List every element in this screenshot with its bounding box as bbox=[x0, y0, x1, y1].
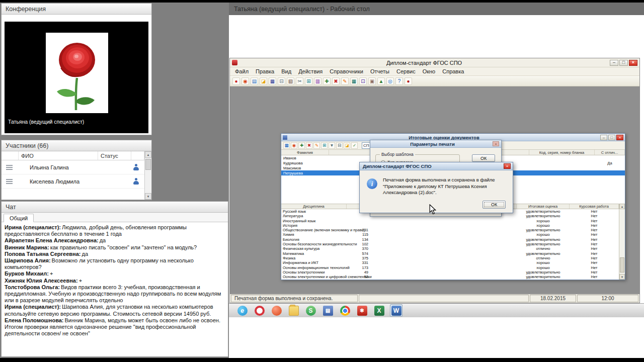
internet-explorer-icon[interactable]: e bbox=[237, 306, 248, 316]
subject-row[interactable]: Биология 134 удовлетворительно Нет bbox=[281, 237, 619, 242]
taskbar-slot: X bbox=[373, 304, 385, 317]
save-icon[interactable]: ▦ bbox=[269, 77, 276, 85]
excel-icon[interactable]: X bbox=[374, 306, 384, 316]
address-book-icon[interactable]: ▤ bbox=[323, 306, 333, 316]
menu-item[interactable]: Действия bbox=[295, 68, 326, 74]
chat-messages[interactable]: Ирина (специалист):Людмила, добрый день,… bbox=[2, 223, 228, 356]
subject-row[interactable]: История хорошо Нет bbox=[281, 223, 619, 228]
message-box-close-button[interactable]: × bbox=[504, 163, 511, 169]
help-icon[interactable]: ? bbox=[395, 77, 403, 85]
subject-row[interactable]: Основы электротехники и цифровой схемоте… bbox=[281, 275, 619, 279]
menu-item[interactable]: Правка bbox=[252, 68, 278, 74]
subject-hours: 331 bbox=[347, 260, 370, 265]
export-icon[interactable]: ◪ bbox=[344, 142, 350, 149]
messenger-green-icon[interactable]: S bbox=[306, 306, 316, 316]
delete-row-icon[interactable]: ✖ bbox=[306, 142, 312, 149]
edit-row-icon[interactable]: ✎ bbox=[313, 142, 320, 149]
chat-author: Хижняк Юлия Алексеевна: bbox=[5, 278, 78, 284]
subject-row[interactable]: Основы информационных технологий 173 хор… bbox=[281, 265, 619, 270]
cut-icon[interactable]: ✂ bbox=[296, 77, 303, 85]
scroll-down-icon[interactable]: ▼ bbox=[619, 274, 625, 280]
subject-row[interactable]: Физика 375 отлично Нет bbox=[281, 256, 619, 260]
preview-icon[interactable]: ▧ bbox=[287, 77, 294, 85]
edit-icon[interactable]: ✎ bbox=[341, 77, 349, 85]
chart-icon[interactable]: ▲ bbox=[377, 77, 385, 85]
subject-row[interactable]: Информатика и ИКТ 331 хорошо Нет bbox=[281, 260, 619, 265]
print-icon[interactable]: ⊟ bbox=[278, 77, 285, 85]
copy-icon[interactable]: ⊞ bbox=[321, 142, 328, 149]
delete-icon[interactable]: ✖ bbox=[332, 77, 340, 85]
taskbar-slot bbox=[270, 304, 283, 317]
subject-row[interactable]: Обществознание (включая экономику и прав… bbox=[281, 228, 619, 232]
menu-item[interactable]: Файл bbox=[231, 68, 252, 74]
scrollbar-thumb[interactable] bbox=[145, 159, 151, 170]
message-box-titlebar[interactable]: Диплом-стандарт ФГОС СПО × bbox=[360, 162, 513, 170]
menu-item[interactable]: Справка bbox=[439, 68, 467, 74]
exit-icon[interactable]: ● bbox=[405, 77, 412, 85]
diplom-app-icon[interactable]: ✱ bbox=[357, 306, 367, 316]
subject-coursework: Нет bbox=[570, 275, 619, 279]
subject-row[interactable]: Математика 574 удовлетворительно Нет bbox=[281, 251, 619, 256]
grid-icon[interactable]: ▦ bbox=[283, 142, 290, 149]
chat-tab-general[interactable]: Общий bbox=[4, 214, 34, 222]
scroll-up-icon[interactable]: ▲ bbox=[619, 204, 625, 209]
folder-icon[interactable] bbox=[289, 306, 299, 316]
menu-item[interactable]: Отчеты bbox=[367, 68, 393, 74]
copy-icon[interactable]: ⊞ bbox=[305, 77, 312, 85]
screen-share-header: Татьяна (ведущий специалист) - Рабочий с… bbox=[229, 3, 644, 15]
maximize-button[interactable]: □ bbox=[619, 60, 628, 66]
filter-icon[interactable]: ▼ bbox=[329, 142, 335, 149]
table-icon[interactable]: ▦ bbox=[350, 77, 358, 85]
subject-grade: хорошо bbox=[517, 265, 570, 270]
menu-item[interactable]: Сервис bbox=[393, 68, 419, 74]
subject-hours: 134 bbox=[347, 237, 370, 242]
participants-scrollbar[interactable]: ▲ ▼ bbox=[144, 151, 151, 200]
grades-close-button[interactable]: × bbox=[616, 135, 623, 140]
drag-handle-icon[interactable] bbox=[6, 179, 13, 184]
globe-icon[interactable]: ◎ bbox=[386, 77, 394, 85]
chrome-icon[interactable] bbox=[340, 306, 350, 316]
subject-grade: хорошо bbox=[517, 223, 570, 228]
grades-maximize-button[interactable]: □ bbox=[608, 135, 615, 140]
check-icon[interactable]: ✓ bbox=[351, 142, 358, 149]
participant-row[interactable]: Киселева Людмила bbox=[2, 174, 144, 189]
print-dialog-titlebar[interactable]: Параметры печати × bbox=[370, 140, 501, 148]
close-button[interactable]: × bbox=[629, 60, 637, 66]
subject-row[interactable]: Физическая культура 370 отлично Нет bbox=[281, 246, 619, 251]
logo-icon[interactable]: ● bbox=[232, 77, 240, 85]
menu-item[interactable]: Окно bbox=[419, 68, 439, 74]
participant-row[interactable]: Ильина Галина bbox=[2, 160, 144, 174]
subjects-scrollbar[interactable]: ▲ ▼ bbox=[619, 204, 625, 280]
print-icon[interactable]: ⊟ bbox=[336, 142, 343, 149]
open-folder-icon[interactable]: ◪ bbox=[260, 77, 267, 85]
paste-icon[interactable]: ▥ bbox=[314, 77, 321, 85]
subject-row[interactable]: Основы электротехники 49 удовлетворитель… bbox=[281, 270, 619, 275]
subject-row[interactable]: Иностранный язык хорошо Нет bbox=[281, 219, 619, 223]
print-dialog-close-button[interactable]: × bbox=[493, 141, 499, 146]
calc-icon[interactable]: ⊡ bbox=[359, 77, 367, 85]
minimize-button[interactable]: – bbox=[610, 60, 618, 66]
word-icon[interactable]: W bbox=[391, 306, 401, 316]
refresh-icon[interactable]: ◉ bbox=[242, 77, 249, 85]
subject-hours: 370 bbox=[347, 246, 370, 251]
scroll-up-icon[interactable]: ▲ bbox=[145, 151, 151, 158]
menu-item[interactable]: Справочники bbox=[326, 68, 367, 74]
book-icon[interactable]: ▣ bbox=[368, 77, 376, 85]
opera-icon[interactable] bbox=[255, 306, 265, 316]
add-row-icon[interactable]: ✚ bbox=[298, 142, 305, 149]
subject-row[interactable]: Химия 115 хорошо Нет bbox=[281, 232, 619, 237]
scroll-down-icon[interactable]: ▼ bbox=[145, 193, 151, 200]
refresh-icon[interactable]: ◉ bbox=[291, 142, 297, 149]
browser-red-icon[interactable] bbox=[272, 306, 282, 316]
scrollbar-thumb[interactable] bbox=[620, 257, 624, 273]
message-box-ok-button[interactable]: ОК bbox=[482, 201, 506, 209]
drag-handle-icon[interactable] bbox=[6, 165, 13, 170]
menu-item[interactable]: Вид bbox=[278, 68, 295, 74]
print-ok-button[interactable]: ОК bbox=[472, 154, 495, 162]
subject-hours bbox=[347, 214, 370, 218]
grades-minimize-button[interactable]: – bbox=[600, 135, 607, 140]
app-titlebar[interactable]: Диплом-стандарт ФГОС СПО – □ × bbox=[230, 58, 639, 67]
new-doc-icon[interactable]: ▤ bbox=[251, 77, 258, 85]
subject-row[interactable]: Основы безопасности жизнедеятельности 10… bbox=[281, 242, 619, 246]
add-icon[interactable]: ✚ bbox=[323, 77, 331, 85]
